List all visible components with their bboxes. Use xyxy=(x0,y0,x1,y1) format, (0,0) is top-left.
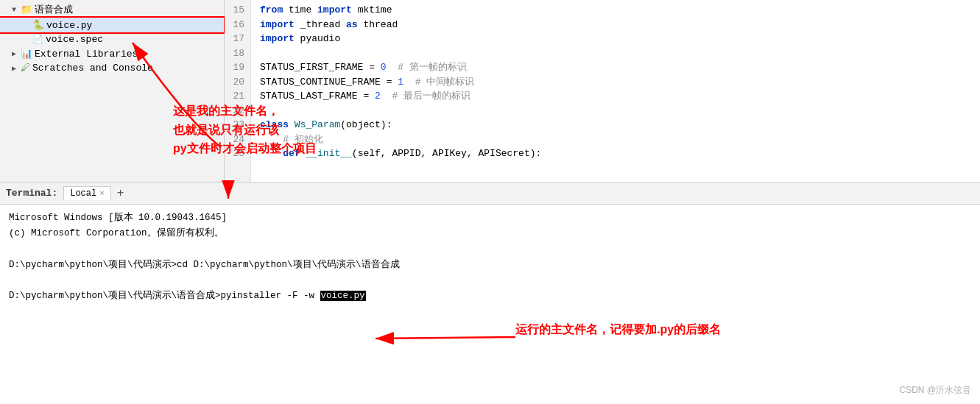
terminal-content[interactable]: Microsoft Windows [版本 10.0.19043.1645] (… xyxy=(0,205,980,404)
sidebar-item-external[interactable]: ▶ 📊 External Libraries xyxy=(0,46,224,61)
folder-icon-scratches: 🖊 xyxy=(21,63,30,74)
sidebar-label-external: External Libraries xyxy=(35,49,138,60)
terminal-add-button[interactable]: + xyxy=(114,187,127,200)
code-content: from time import mktime import _thread a… xyxy=(251,0,550,182)
sidebar-label-voicepy: voice.py xyxy=(46,20,92,31)
terminal-section: Terminal: Local × + Microsoft Windows [版… xyxy=(0,182,980,404)
code-editor: 15 16 17 18 19 20 21 22 23 24 25 from ti… xyxy=(225,0,980,182)
terminal-line-4: D:\pycharm\python\项目\代码演示>cd D:\pycharm\… xyxy=(9,258,971,273)
terminal-tabs: Terminal: Local × + xyxy=(0,182,980,205)
sidebar-item-voicepy[interactable]: 🐍 voice.py xyxy=(0,18,224,32)
sidebar: ▼ 📁 语音合成 🐍 voice.py 📄 voice.spec ▶ 📊 Ext… xyxy=(0,0,225,182)
sidebar-label-scratches: Scratches and Console xyxy=(32,63,153,74)
sidebar-label-yuyin: 语音合成 xyxy=(35,3,73,16)
terminal-tab-local[interactable]: Local × xyxy=(63,186,111,200)
tab-label-local: Local xyxy=(70,188,96,199)
file-icon-voicepy: 🐍 xyxy=(32,19,44,31)
sidebar-item-scratches[interactable]: ▶ 🖊 Scratches and Console xyxy=(0,61,224,75)
top-section: ▼ 📁 语音合成 🐍 voice.py 📄 voice.spec ▶ 📊 Ext… xyxy=(0,0,980,182)
tree-arrow-scratches: ▶ xyxy=(12,64,21,73)
tab-close-icon[interactable]: × xyxy=(99,189,105,198)
terminal-line-3 xyxy=(9,242,971,258)
terminal-label: Terminal: xyxy=(6,188,57,199)
terminal-line-6: D:\pycharm\python\项目\代码演示\语音合成>pyinstall… xyxy=(9,288,971,304)
terminal-line-2: (c) Microsoft Corporation。保留所有权利。 xyxy=(9,226,971,241)
sidebar-item-voicespec[interactable]: 📄 voice.spec xyxy=(0,32,224,46)
file-icon-voicespec: 📄 xyxy=(32,34,43,45)
tree-arrow-external: ▶ xyxy=(12,49,21,58)
terminal-line-1: Microsoft Windows [版本 10.0.19043.1645] xyxy=(9,210,971,226)
sidebar-item-yuyin[interactable]: ▼ 📁 语音合成 xyxy=(0,1,224,18)
sidebar-label-voicespec: voice.spec xyxy=(46,34,103,45)
line-numbers: 15 16 17 18 19 20 21 22 23 24 25 xyxy=(225,0,251,182)
folder-icon-yuyin: 📁 xyxy=(21,4,32,15)
tree-arrow-yuyin: ▼ xyxy=(12,6,21,14)
app-container: ▼ 📁 语音合成 🐍 voice.py 📄 voice.spec ▶ 📊 Ext… xyxy=(0,0,980,404)
terminal-line-5 xyxy=(9,273,971,288)
folder-icon-external: 📊 xyxy=(21,48,32,60)
